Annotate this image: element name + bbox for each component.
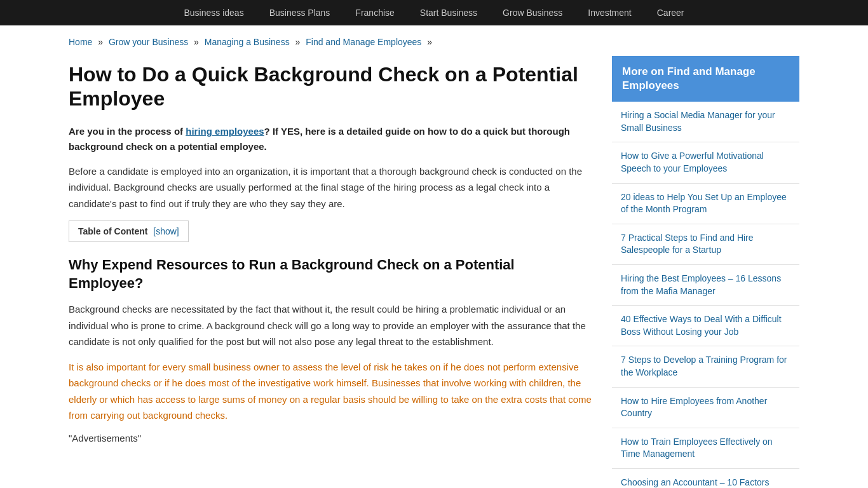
section-heading: Why Expend Resources to Run a Background… (69, 256, 593, 292)
nav-item: Franchise (342, 0, 407, 25)
sidebar-link-item: How to Train Employees Effectively on Ti… (612, 428, 799, 469)
advertisements-text: "Advertisements" (69, 433, 593, 444)
sidebar-link[interactable]: Hiring the Best Employees – 16 Lessons f… (621, 273, 781, 296)
sidebar-link[interactable]: Choosing an Accountant – 10 Factors (621, 477, 769, 487)
sidebar-link[interactable]: 7 Steps to Develop a Training Program fo… (621, 355, 787, 377)
sidebar-link-item: 7 Practical Steps to Find and Hire Sales… (612, 224, 799, 265)
sidebar-link[interactable]: How to Train Employees Effectively on Ti… (621, 437, 773, 459)
sidebar-link[interactable]: Hiring a Social Media Manager for your S… (621, 110, 775, 133)
breadcrumb-link[interactable]: Managing a Business (205, 37, 290, 47)
nav-link[interactable]: Career (644, 0, 697, 25)
sidebar-link-item: 7 Steps to Develop a Training Program fo… (612, 346, 799, 387)
body-paragraph-1: Before a candidate is employed into an o… (69, 163, 593, 212)
breadcrumb-separator: » (424, 37, 432, 47)
nav-item: Investment (575, 0, 644, 25)
nav-item: Start Business (407, 0, 490, 25)
breadcrumb-link[interactable]: Home (69, 37, 92, 47)
toc-label: Table of Content (78, 226, 147, 236)
nav-link[interactable]: Business Plans (257, 0, 343, 25)
sidebar-link[interactable]: How to Hire Employees from Another Count… (621, 396, 767, 419)
top-navigation: Business ideasBusiness PlansFranchiseSta… (0, 0, 868, 25)
sidebar-links: Hiring a Social Media Manager for your S… (612, 102, 799, 488)
sidebar-link-item: Hiring a Social Media Manager for your S… (612, 102, 799, 142)
nav-item: Business ideas (171, 0, 256, 25)
toc-show-link[interactable]: [show] (153, 226, 179, 236)
table-of-content: Table of Content [show] (69, 220, 189, 242)
breadcrumb: Home » Grow your Business » Managing a B… (69, 25, 799, 56)
body-paragraph-2: Background checks are necessitated by th… (69, 301, 593, 350)
nav-list: Business ideasBusiness PlansFranchiseSta… (13, 0, 855, 25)
intro-paragraph: Are you in the process of hiring employe… (69, 124, 593, 154)
main-article: How to Do a Quick Background Check on a … (69, 56, 593, 444)
nav-link[interactable]: Franchise (342, 0, 407, 25)
content-layout: How to Do a Quick Background Check on a … (69, 56, 799, 488)
nav-item: Career (644, 0, 697, 25)
page-wrapper: Home » Grow your Business » Managing a B… (59, 25, 809, 488)
breadcrumb-link[interactable]: Grow your Business (109, 37, 188, 47)
nav-item: Grow Business (490, 0, 575, 25)
sidebar-header: More on Find and Manage Employees (612, 56, 799, 102)
sidebar: More on Find and Manage Employees Hiring… (612, 56, 799, 488)
sidebar-link[interactable]: 40 Effective Ways to Deal With a Difficu… (621, 314, 782, 337)
sidebar-link[interactable]: 20 ideas to Help You Set Up an Employee … (621, 192, 787, 215)
sidebar-link-item: How to Hire Employees from Another Count… (612, 388, 799, 428)
breadcrumb-separator: » (191, 37, 201, 47)
sidebar-link-item: 20 ideas to Help You Set Up an Employee … (612, 184, 799, 224)
hiring-employees-link[interactable]: hiring employees (186, 126, 264, 137)
nav-link[interactable]: Investment (575, 0, 644, 25)
intro-text-before: Are you in the process of (69, 126, 186, 137)
body-paragraph-3: It is also important for every small bus… (69, 359, 593, 424)
sidebar-link-item: Hiring the Best Employees – 16 Lessons f… (612, 265, 799, 306)
breadcrumb-link[interactable]: Find and Manage Employees (306, 37, 421, 47)
nav-link[interactable]: Grow Business (490, 0, 575, 25)
article-title: How to Do a Quick Background Check on a … (69, 62, 593, 111)
sidebar-link[interactable]: 7 Practical Steps to Find and Hire Sales… (621, 233, 754, 255)
nav-item: Business Plans (257, 0, 343, 25)
sidebar-link-item: Choosing an Accountant – 10 Factors (612, 469, 799, 488)
breadcrumb-separator: » (95, 37, 105, 47)
sidebar-link-item: 40 Effective Ways to Deal With a Difficu… (612, 306, 799, 346)
sidebar-link-item: How to Give a Powerful Motivational Spee… (612, 142, 799, 183)
nav-link[interactable]: Start Business (407, 0, 490, 25)
nav-link[interactable]: Business ideas (171, 0, 256, 25)
sidebar-link[interactable]: How to Give a Powerful Motivational Spee… (621, 151, 764, 173)
breadcrumb-separator: » (293, 37, 303, 47)
